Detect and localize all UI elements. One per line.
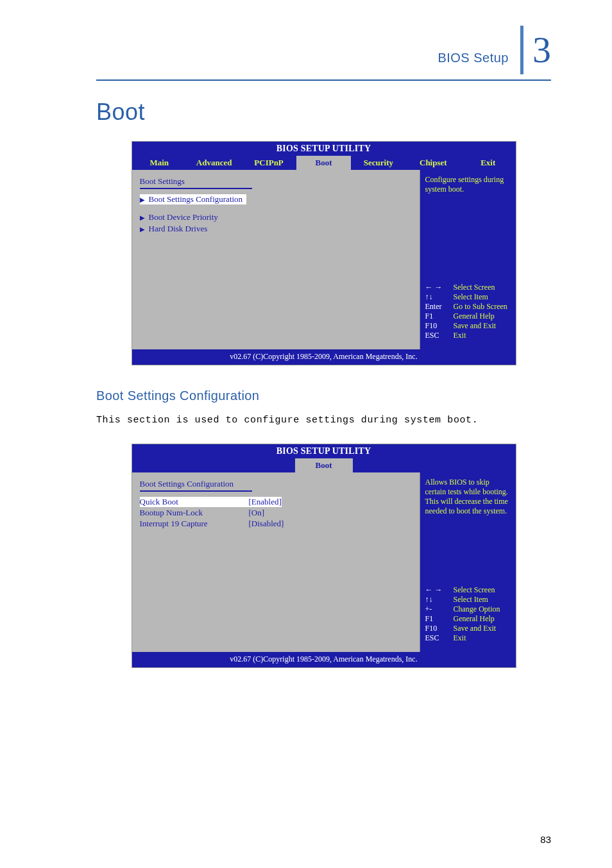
tab-pcipnp[interactable]: PCIPnP <box>241 156 296 170</box>
key: F1 <box>425 614 447 624</box>
key-desc: Select Item <box>454 292 488 302</box>
key-desc: General Help <box>454 312 495 321</box>
body-text: This section is used to configure settin… <box>96 415 551 426</box>
setting-value: [On] <box>249 508 265 518</box>
boot-settings-config-heading: Boot Settings Configuration <box>140 479 412 489</box>
setting-bootup-numlock[interactable]: Bootup Num-Lock [On] <box>140 508 412 518</box>
menu-item-label: Boot Settings Configuration <box>149 194 243 204</box>
menu-hard-disk-drives[interactable]: ▶ Hard Disk Drives <box>140 224 412 234</box>
bios-title: BIOS SETUP UTILITY <box>132 142 516 156</box>
underline <box>140 490 252 492</box>
key: ESC <box>425 331 447 340</box>
tab-security[interactable]: Security <box>351 156 405 170</box>
help-text: Allows BIOS to skip certain tests while … <box>425 478 511 516</box>
key-desc: Select Screen <box>454 585 495 595</box>
key: ESC <box>425 633 447 643</box>
bios-left-pane: Boot Settings ▶ Boot Settings Configurat… <box>132 170 420 349</box>
key-desc: Exit <box>454 633 466 643</box>
triangle-icon: ▶ <box>140 196 145 203</box>
page-header: BIOS Setup 3 <box>96 26 551 74</box>
key: +- <box>425 605 447 614</box>
key-hints: ← →Select Screen ↑↓Select Item EnterGo t… <box>425 283 511 340</box>
header-label: BIOS Setup <box>438 51 509 74</box>
tab-boot[interactable]: Boot <box>296 156 351 170</box>
subsection-title: Boot Settings Configuration <box>96 388 551 403</box>
page-number: 83 <box>540 834 551 845</box>
setting-quick-boot[interactable]: Quick Boot [Enabled] <box>140 497 282 507</box>
bios-tabs-single: Boot <box>132 458 516 472</box>
boot-settings-heading: Boot Settings <box>140 176 412 187</box>
bios-footer: v02.67 (C)Copyright 1985-2009, American … <box>132 652 516 667</box>
key: F10 <box>425 321 447 331</box>
key: F1 <box>425 312 447 321</box>
tab-advanced[interactable]: Advanced <box>187 156 241 170</box>
triangle-icon: ▶ <box>140 226 145 233</box>
key-hints: ← →Select Screen ↑↓Select Item +-Change … <box>425 585 511 643</box>
setting-value: [Disabled] <box>249 519 284 529</box>
setting-value: [Enabled] <box>249 497 282 507</box>
triangle-icon: ▶ <box>140 214 145 221</box>
tab-chipset[interactable]: Chipset <box>406 156 461 170</box>
key: ← → <box>425 585 447 595</box>
help-text: Configure settings during system boot. <box>425 175 511 194</box>
key-desc: Select Screen <box>454 283 495 292</box>
key: F10 <box>425 624 447 633</box>
key: Enter <box>425 302 447 312</box>
setting-label: Bootup Num-Lock <box>140 508 249 518</box>
chapter-number: 3 <box>532 31 551 69</box>
bios-tabs: Main Advanced PCIPnP Boot Security Chips… <box>132 156 516 170</box>
key-desc: Save and Exit <box>454 321 497 331</box>
page: BIOS Setup 3 Boot BIOS SETUP UTILITY Mai… <box>0 0 612 668</box>
key: ↑↓ <box>425 595 447 605</box>
key-desc: Exit <box>454 331 466 340</box>
menu-boot-device-priority[interactable]: ▶ Boot Device Priority <box>140 212 412 222</box>
key-desc: General Help <box>454 614 495 624</box>
menu-boot-settings-config[interactable]: ▶ Boot Settings Configuration <box>140 194 247 204</box>
key: ← → <box>425 283 447 292</box>
tab-exit[interactable]: Exit <box>461 156 515 170</box>
setting-label: Interrupt 19 Capture <box>140 519 249 529</box>
underline <box>140 188 252 189</box>
key: ↑↓ <box>425 292 447 302</box>
key-desc: Save and Exit <box>454 624 497 633</box>
key-desc: Select Item <box>454 595 488 605</box>
setting-label: Quick Boot <box>140 497 249 507</box>
key-desc: Change Option <box>454 605 500 614</box>
bios-right-pane: Allows BIOS to skip certain tests while … <box>420 472 516 652</box>
bios-body: Boot Settings Configuration Quick Boot [… <box>132 472 516 652</box>
menu-item-label: Hard Disk Drives <box>149 224 208 234</box>
chapter-number-box: 3 <box>520 26 551 74</box>
tab-main[interactable]: Main <box>132 156 187 170</box>
bios-panel-boot: BIOS SETUP UTILITY Main Advanced PCIPnP … <box>132 141 516 365</box>
setting-interrupt-19[interactable]: Interrupt 19 Capture [Disabled] <box>140 519 412 529</box>
bios-right-pane: Configure settings during system boot. ←… <box>420 170 516 349</box>
bios-panel-boot-config: BIOS SETUP UTILITY Boot Boot Settings Co… <box>132 444 516 668</box>
key-desc: Go to Sub Screen <box>454 302 507 312</box>
bios-left-pane: Boot Settings Configuration Quick Boot [… <box>132 472 420 652</box>
bios-title: BIOS SETUP UTILITY <box>132 444 516 458</box>
bios-footer: v02.67 (C)Copyright 1985-2009, American … <box>132 349 516 365</box>
menu-item-label: Boot Device Priority <box>149 212 218 222</box>
rule <box>96 79 551 81</box>
tab-boot[interactable]: Boot <box>295 458 353 472</box>
bios-body: Boot Settings ▶ Boot Settings Configurat… <box>132 170 516 349</box>
section-title: Boot <box>96 99 551 126</box>
